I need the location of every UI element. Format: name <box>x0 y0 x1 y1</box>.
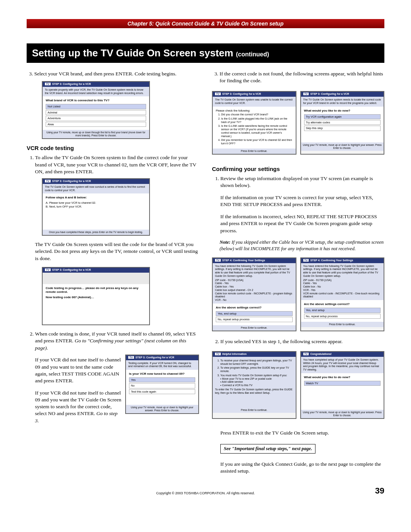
ss6a-foot: Press Enter to continue. <box>213 325 296 331</box>
screenshot-congrats: TVCongratulations! You have completed se… <box>300 351 385 419</box>
screenshot-confirm-a: TVSTEP 4: Confirming Your Settings You h… <box>212 257 296 331</box>
screenshot-helpful: TVHelpful Information To receive your ch… <box>212 351 296 419</box>
ss1-note: To operate properly with your VCR, the T… <box>43 87 149 97</box>
ss5a-c3: Is the G-LINK cable wand/lens facing the… <box>221 125 293 138</box>
ss1-opt-aiwa: Aiwa <box>46 122 146 127</box>
ss6b-l0: ZIP code - 91730 (USA) <box>303 279 382 282</box>
page-title: Setting up the TV Guide On Screen system… <box>27 43 384 63</box>
ss4-foot: Using your TV remote, move up or down to… <box>126 405 198 413</box>
note-block: Note: If you skipped either the Cable bo… <box>220 239 384 252</box>
screenshot-tuned-09: TVSTEP 3: Configuring for a VCR Testing … <box>125 355 199 414</box>
copyright: Copyright © 2003 TOSHIBA CORPORATION. Al… <box>156 491 255 495</box>
ss6a-l3: Cable box output channel - Ch 2 <box>215 289 293 292</box>
ss6a-o1: Yes, end setup <box>216 311 293 316</box>
ss2-b: B. Next, turn OFF your VCR. <box>46 205 146 208</box>
screenshot-testing-progress: TVSTEP 3: Configuring for a VCR Code tes… <box>42 267 150 325</box>
ss7b-title: Congratulations! <box>310 353 331 355</box>
ss3-title: STEP 3: Configuring for a VCR <box>52 268 91 271</box>
ss1-question: What brand of VCR is connected to this T… <box>46 99 146 102</box>
chapter-banner: Chapter 5: Quick Connect Guide & TV Guid… <box>27 19 384 28</box>
ss6a-l4: Cable box remote control code - INCOMPLE… <box>215 292 293 299</box>
ss1-title: STEP 3: Configuring for a VCR <box>52 83 91 85</box>
p-quick-connect: If you are using the Quick Connect Guide… <box>220 461 384 474</box>
ss4-note: Testing complete. If your VCR turned ON,… <box>126 360 198 370</box>
c1b-text: If the information on your TV screen is … <box>220 194 384 208</box>
ss7a-c4: To enter the TV Guide On Screen system s… <box>215 388 293 395</box>
ss6b-l1: Cable - Yes <box>303 282 382 285</box>
screenshot-vcr-brand: TVSTEP 3: Configuring for a VCR To opera… <box>42 81 150 139</box>
ss3-line2: Now testing code 007 (Admiral)… <box>46 296 146 299</box>
vcr-step-2: When code testing is done, if your VCR t… <box>35 331 199 351</box>
footer: Copyright © 2003 TOSHIBA CORPORATION. Al… <box>27 491 384 495</box>
confirm-step-2: If you selected YES in step 1, the follo… <box>220 338 384 345</box>
title-main: Setting up the TV Guide On Screen system <box>32 47 233 59</box>
ss5b-o3: Skip this step <box>304 126 381 131</box>
ss6b-q: Are the above settings correct? <box>304 302 381 306</box>
ss7a-body: To receive your channel lineup and progr… <box>213 357 296 408</box>
ss5b-note: The TV Guide On Screen system needs to l… <box>301 97 384 107</box>
ss6b-l4: VCR remote control code - INCOMPLETE - O… <box>303 292 382 299</box>
ss5a-foot: Press Enter to continue. <box>213 149 296 154</box>
ss6b-o1: Yes, end setup <box>304 308 381 313</box>
ss6b-note: You have entered the following TV Guide … <box>301 263 384 300</box>
ss5a-c1: Did you choose the correct VCR brand? <box>221 113 293 117</box>
ss4-title: STEP 3: Configuring for a VCR <box>135 356 174 359</box>
ss6b-l2: Cable box - No <box>303 285 382 289</box>
heading-vcr-testing: VCR code testing <box>27 144 199 152</box>
ss1-foot: Using your TV remote, move up or down th… <box>43 130 149 138</box>
ss6a-l0: ZIP code - 91730 (USA) <box>215 279 293 282</box>
page-number: 39 <box>375 486 384 496</box>
vcr-step-1: To allow the TV Guide On Screen system t… <box>35 154 199 175</box>
callout-final-steps: See "Important final setup steps," next … <box>220 444 315 454</box>
ss2-foot: Once you have completed these steps, pre… <box>43 230 149 235</box>
ss1-opt-adventura: Adventura <box>46 116 146 121</box>
ss6a-l2: Cable box - Yes <box>215 285 293 289</box>
p-press-enter: Press ENTER to exit the TV Guide On Scre… <box>220 430 384 436</box>
title-continued: (continued) <box>236 51 269 58</box>
ss5b-title: STEP 3: Configuring for a VCR <box>310 93 349 95</box>
ss7b-foot: Using your TV remote, move up or down to… <box>301 410 384 418</box>
ss5b-o1: Try VCR configuration again <box>304 114 381 119</box>
ss5b-foot: Using your TV remote, move up or down to… <box>301 142 384 151</box>
note-text: If you skipped either the Cable box or V… <box>220 240 384 251</box>
ss6a-l1: Cable - Yes <box>215 282 293 285</box>
ss5a-c4: Did you remember to tune your VCR to cha… <box>221 139 293 145</box>
ss7a-c3: You must redo TV Guide On Screen system … <box>220 374 293 387</box>
ss2-a: A. Please tune your VCR to channel 02. <box>46 201 146 204</box>
ss2-question: Follow steps A and B below: <box>46 196 146 200</box>
ss5a-c2: Is the G-LINK cable plugged into the G-L… <box>221 117 293 124</box>
ss5b-q: What would you like to do now? <box>304 109 381 113</box>
c1-text: Review the setup information displayed o… <box>220 176 373 188</box>
screenshot-do-now: TVSTEP 3: Configuring for a VCR The TV G… <box>300 91 385 155</box>
screenshot-check: TVSTEP 3: Configuring for a VCR The TV G… <box>212 91 296 155</box>
ss7a-c3c: • Connect a VCR to this TV <box>220 384 293 387</box>
ss6a-q: Are the above settings correct? <box>216 306 293 310</box>
ss6a-l5: VCR - No <box>215 299 293 302</box>
ss6b-o2: No, repeat setup process <box>304 314 381 319</box>
c1c-text: If the information is incorrect, select … <box>220 213 384 234</box>
ss2-title: STEP 3: Configuring for a VCR <box>52 180 91 182</box>
ss7b-q: What would you like to do now? <box>304 375 381 379</box>
ss3-line1: Code testing in progress… please do not … <box>46 286 146 294</box>
note-label: Note: <box>220 240 230 245</box>
heading-confirm: Confirming your settings <box>212 165 384 173</box>
ss6b-foot: Press Enter to continue. <box>301 322 384 327</box>
ss5a-title: STEP 3: Configuring for a VCR <box>222 93 261 95</box>
ss5a-q: Please check the following: <box>216 109 293 112</box>
ss2-note: The TV Guide On Screen system will now c… <box>43 184 149 194</box>
left-step-3: Select your VCR brand, and then press EN… <box>34 70 199 77</box>
ss7b-o1: Watch TV <box>304 381 381 386</box>
ss7a-c2: To view program listings, press the GUID… <box>220 366 293 373</box>
ss5a-note: The TV Guide On Screen system was unable… <box>213 97 296 107</box>
ss4-no: No <box>129 383 195 388</box>
right-step-3: If the correct code is not found, the fo… <box>220 70 384 84</box>
ss1-opt-notlisted: Not Listed <box>46 104 146 109</box>
ss6a-o2: No, repeat setup process <box>216 317 293 322</box>
ss7b-note: You have completed setup of your TV Guid… <box>301 357 384 373</box>
ss7a-title: Helpful Information <box>222 353 247 355</box>
screenshot-confirm-b: TVSTEP 4: Confirming Your Settings You h… <box>300 257 385 331</box>
ss4-yes: Yes <box>129 377 195 382</box>
ss6b-title: STEP 4: Confirming Your Settings <box>310 259 353 262</box>
ss6b-l3: VCR - Yes <box>303 289 382 292</box>
screenshot-follow-steps: TVSTEP 3: Configuring for a VCR The TV G… <box>42 178 150 236</box>
